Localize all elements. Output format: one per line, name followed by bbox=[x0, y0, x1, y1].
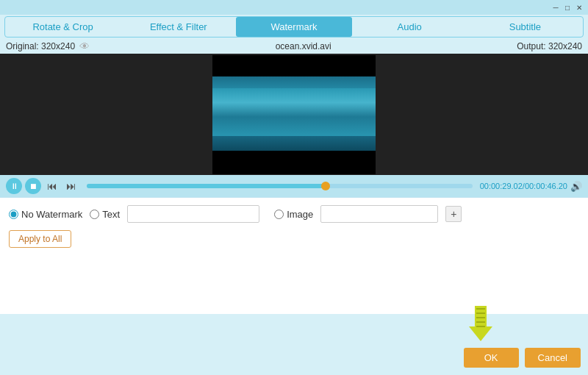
progress-fill bbox=[87, 184, 326, 188]
next-button[interactable]: ⏭ bbox=[63, 178, 79, 194]
download-arrow-icon bbox=[469, 306, 492, 341]
tab-watermark[interactable]: Watermark bbox=[236, 17, 351, 37]
no-watermark-radio[interactable] bbox=[9, 210, 18, 219]
watermark-row: No Watermark Text Image + bbox=[9, 205, 579, 223]
progress-thumb[interactable] bbox=[321, 182, 330, 190]
volume-icon[interactable]: 🔊 bbox=[570, 181, 582, 192]
tab-bar: Rotate & Crop Effect & Filter Watermark … bbox=[4, 16, 584, 38]
watermark-area: No Watermark Text Image + Apply to All bbox=[0, 197, 588, 255]
image-watermark-label: Image bbox=[287, 209, 313, 220]
cancel-button[interactable]: Cancel bbox=[525, 348, 581, 368]
close-button[interactable]: ✕ bbox=[573, 2, 585, 12]
pause-button[interactable]: ⏸ bbox=[6, 178, 22, 194]
tab-effect-filter[interactable]: Effect & Filter bbox=[121, 17, 236, 37]
original-size-label: Original: 320x240 bbox=[6, 41, 75, 51]
video-area bbox=[0, 54, 588, 175]
video-frame bbox=[212, 55, 376, 174]
maximize-button[interactable]: □ bbox=[562, 2, 573, 12]
output-size-label: Output: 320x240 bbox=[517, 41, 582, 51]
text-watermark-label: Text bbox=[102, 209, 120, 220]
info-bar: Original: 320x240 👁 ocean.xvid.avi Outpu… bbox=[0, 39, 588, 54]
text-watermark-group: Text bbox=[90, 209, 120, 220]
filename-label: ocean.xvid.avi bbox=[90, 41, 517, 51]
time-total: 00:00:46.20 bbox=[525, 182, 567, 190]
arrow-line-5 bbox=[476, 326, 485, 327]
arrow-line-4 bbox=[476, 321, 485, 323]
stop-button[interactable]: ⏹ bbox=[25, 178, 41, 194]
video-preview bbox=[212, 55, 376, 174]
time-display: 00:00:29.02/00:00:46.20 bbox=[480, 182, 567, 190]
title-bar: ─ □ ✕ bbox=[0, 0, 588, 15]
no-watermark-group: No Watermark bbox=[9, 209, 82, 220]
eye-icon[interactable]: 👁 bbox=[79, 40, 90, 52]
text-watermark-radio[interactable] bbox=[90, 210, 99, 219]
image-watermark-group: Image bbox=[274, 209, 313, 220]
add-image-button[interactable]: + bbox=[445, 206, 462, 222]
prev-button[interactable]: ⏮ bbox=[44, 178, 60, 194]
text-watermark-input[interactable] bbox=[127, 205, 259, 223]
time-current: 00:00:29.02 bbox=[480, 182, 523, 190]
ok-button[interactable]: OK bbox=[464, 348, 519, 368]
action-buttons: OK Cancel bbox=[464, 348, 581, 368]
no-watermark-label: No Watermark bbox=[21, 209, 82, 220]
tab-subtitle[interactable]: Subtitle bbox=[467, 17, 583, 37]
arrow-tip bbox=[469, 326, 492, 341]
spacer-area bbox=[0, 255, 588, 314]
tab-audio[interactable]: Audio bbox=[352, 17, 467, 37]
tab-rotate-crop[interactable]: Rotate & Crop bbox=[5, 17, 121, 37]
arrow-line-2 bbox=[476, 312, 485, 314]
progress-bar[interactable] bbox=[87, 184, 473, 188]
image-watermark-input[interactable] bbox=[320, 205, 438, 223]
controls-bar: ⏸ ⏹ ⏮ ⏭ 00:00:29.02/00:00:46.20 🔊 bbox=[0, 175, 588, 197]
image-watermark-radio[interactable] bbox=[274, 210, 284, 219]
arrow-line-1 bbox=[476, 308, 485, 310]
arrow-line-3 bbox=[476, 317, 485, 318]
apply-to-all-button[interactable]: Apply to All bbox=[9, 230, 71, 248]
arrow-lines bbox=[476, 308, 485, 327]
minimize-button[interactable]: ─ bbox=[550, 2, 562, 12]
arrow-shaft bbox=[475, 306, 487, 326]
